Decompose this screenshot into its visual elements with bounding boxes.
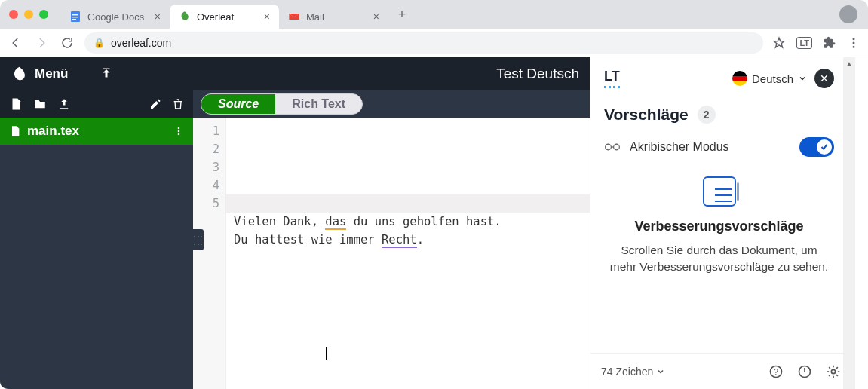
svg-point-8 (178, 127, 180, 130)
new-file-icon[interactable] (9, 97, 23, 111)
delete-trash-icon[interactable] (172, 98, 184, 110)
suggestions-empty-state: Verbesserungsvorschläge Scrollen Sie dur… (604, 176, 834, 276)
new-tab-button[interactable]: + (391, 4, 413, 25)
pane-resize-handle[interactable]: ⋮⋮ (193, 229, 204, 250)
editor-mode-bar: Source Rich Text (193, 90, 590, 118)
reload-button[interactable] (59, 35, 75, 51)
menu-label: Menü (35, 66, 68, 81)
language-label: Deutsch (752, 72, 793, 85)
url-text: overleaf.com (111, 37, 171, 49)
check-icon (820, 142, 829, 152)
menu-button[interactable]: Menü (0, 66, 78, 82)
tab-label: Mail (306, 11, 324, 23)
svg-point-5 (853, 41, 855, 44)
code-editor[interactable]: 12345 Vielen Dank, das du uns geholfen h… (193, 118, 590, 389)
picky-mode-row: 👓︎ Akribischer Modus (604, 137, 834, 157)
lt-footer: 74 Zeichen ? (590, 353, 855, 389)
suggestions-description: Scrollen Sie durch das Dokument, um mehr… (607, 242, 831, 276)
sidebar-toolbar (0, 90, 193, 118)
bookmark-star-icon[interactable] (772, 36, 786, 50)
panel-scrollbar[interactable]: ▲ (843, 57, 855, 389)
svg-point-4 (853, 38, 855, 40)
language-selector[interactable]: Deutsch (732, 71, 807, 86)
tab-google-docs[interactable]: Google Docs × (60, 5, 170, 29)
minimize-window-button[interactable] (24, 10, 33, 19)
editor-pane: ⋮⋮ Source Rich Text 12345 Vielen Dank, d… (193, 90, 590, 389)
svg-text:?: ? (774, 367, 778, 376)
german-flag-icon (732, 71, 747, 86)
window-controls (9, 10, 48, 19)
close-panel-button[interactable]: ✕ (814, 69, 834, 88)
up-arrow-icon[interactable] (100, 67, 113, 81)
chevron-down-icon (656, 367, 665, 376)
close-tab-icon[interactable]: × (264, 11, 270, 23)
glasses-icon-alt (604, 142, 621, 152)
close-tab-icon[interactable]: × (373, 11, 379, 23)
close-window-button[interactable] (9, 10, 18, 19)
languagetool-extension-icon[interactable]: LT (796, 37, 812, 49)
code-area[interactable]: Vielen Dank, das du uns geholfen hast.Du… (226, 118, 590, 389)
character-count[interactable]: 74 Zeichen (601, 366, 665, 378)
line-gutter: 12345 (193, 118, 226, 389)
svg-rect-2 (72, 17, 78, 17)
suggestions-count-badge: 2 (698, 106, 716, 124)
svg-point-11 (606, 144, 612, 150)
power-icon[interactable] (796, 363, 813, 380)
text-cursor (326, 347, 327, 360)
file-sidebar: main.tex (0, 90, 193, 389)
overleaf-logo-icon (11, 66, 27, 82)
grammar-error-highlight[interactable]: Recht (382, 233, 417, 248)
tab-label: Overleaf (197, 11, 234, 23)
file-name-label: main.tex (27, 124, 79, 139)
svg-rect-7 (103, 69, 110, 70)
overleaf-header: Menü Test Deutsch (0, 57, 590, 90)
languagetool-panel: ▲ LT Deutsch ✕ Vorschläge 2 👓︎ Akribisch… (590, 57, 855, 389)
close-tab-icon[interactable]: × (155, 11, 161, 23)
gmail-icon (288, 11, 300, 23)
help-icon[interactable]: ? (768, 363, 784, 380)
suggestions-heading: Vorschläge 2 (604, 106, 834, 124)
languagetool-logo-icon: LT (604, 69, 620, 88)
file-icon (9, 124, 21, 138)
scroll-up-arrow-icon[interactable]: ▲ (843, 57, 855, 69)
svg-point-10 (178, 133, 180, 136)
browser-tab-bar: Google Docs × Overleaf × Mail × + (0, 0, 868, 29)
tab-mail[interactable]: Mail × (279, 5, 388, 29)
menu-icon[interactable] (847, 36, 860, 50)
new-folder-icon[interactable] (33, 97, 47, 111)
tab-label: Google Docs (87, 11, 144, 23)
chevron-down-icon (798, 74, 807, 83)
mode-toggle: Source Rich Text (201, 93, 363, 115)
edit-pencil-icon[interactable] (149, 98, 161, 110)
forward-button[interactable] (33, 35, 50, 51)
svg-point-16 (831, 369, 835, 373)
picky-mode-label: Akribischer Modus (630, 140, 729, 154)
project-title: Test Deutsch (496, 66, 590, 82)
overleaf-icon (179, 11, 191, 23)
svg-point-12 (614, 144, 620, 150)
profile-avatar[interactable] (839, 5, 857, 23)
extensions-icon[interactable] (823, 36, 836, 50)
address-bar[interactable]: 🔒 overleaf.com (84, 32, 763, 54)
spelling-error-highlight[interactable]: das (325, 215, 346, 230)
maximize-window-button[interactable] (39, 10, 48, 19)
google-docs-icon (69, 11, 81, 23)
svg-point-9 (178, 130, 180, 133)
tab-overleaf[interactable]: Overleaf × (170, 5, 279, 29)
picky-mode-toggle[interactable] (799, 137, 834, 157)
upload-icon[interactable] (57, 97, 71, 111)
document-scroll-icon (703, 176, 736, 207)
browser-toolbar: 🔒 overleaf.com LT (0, 29, 868, 57)
svg-point-6 (853, 45, 855, 47)
back-button[interactable] (8, 35, 24, 51)
file-menu-icon[interactable] (173, 125, 184, 137)
settings-gear-icon[interactable] (825, 363, 842, 380)
suggestions-title: Verbesserungsvorschläge (607, 219, 831, 234)
mode-rich-text-button[interactable]: Rich Text (275, 94, 362, 114)
lock-icon: 🔒 (94, 38, 105, 48)
mode-source-button[interactable]: Source (201, 94, 275, 114)
lt-header: LT Deutsch ✕ (604, 57, 834, 100)
svg-rect-3 (72, 19, 76, 20)
svg-rect-1 (72, 14, 78, 15)
file-item-main-tex[interactable]: main.tex (0, 118, 193, 145)
